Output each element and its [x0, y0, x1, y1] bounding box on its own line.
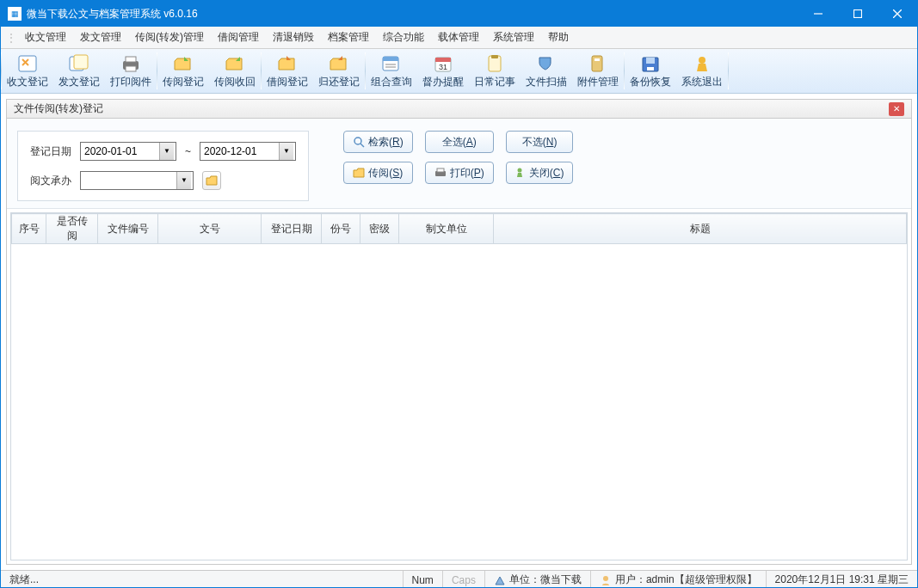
close-button[interactable]	[878, 1, 917, 27]
svg-text:31: 31	[439, 63, 447, 71]
status-unit: 单位：微当下载	[485, 571, 591, 588]
panel-body: 登记日期 2020-01-01 ~ 2020-12-01 阅文承办 检索(R) …	[6, 118, 912, 565]
col-header[interactable]: 序号	[12, 214, 46, 244]
status-bar: 就绪... Num Caps 单位：微当下载 用户：admin【超级管理权限】 …	[1, 570, 917, 588]
col-header[interactable]: 密级	[360, 214, 399, 244]
menu-item[interactable]: 档案管理	[321, 27, 376, 48]
svg-line-26	[360, 144, 364, 147]
menu-bar: ⋮ 收文管理 发文管理 传阅(转发)管理 借阅管理 清退销毁 档案管理 综合功能…	[1, 27, 917, 49]
svg-rect-28	[437, 168, 444, 172]
panel-title: 文件传阅(转发)登记	[14, 101, 103, 116]
toolbar-btn-daily-notes[interactable]: 日常记事	[469, 49, 521, 93]
menu-item[interactable]: 系统管理	[486, 27, 541, 48]
status-user: 用户：admin【超级管理权限】	[591, 571, 767, 588]
status-ready: 就绪...	[1, 571, 404, 588]
selectnone-button[interactable]: 不选(N)	[506, 131, 574, 153]
toolbar-btn-circulate-reg[interactable]: 传阅登记	[157, 49, 209, 93]
toolbar-btn-file-scan[interactable]: 文件扫描	[521, 49, 572, 93]
col-header[interactable]: 文件编号	[98, 214, 158, 244]
svg-point-30	[603, 576, 608, 581]
svg-rect-11	[383, 57, 398, 61]
col-header[interactable]: 登记日期	[262, 214, 322, 244]
toolbar-btn-print-read[interactable]: 打印阅件	[105, 49, 157, 93]
toolbar-btn-combo-query[interactable]: 组合查询	[366, 49, 417, 93]
toolbar-btn-attachment-mgmt[interactable]: 附件管理	[572, 49, 624, 93]
status-caps: Caps	[443, 571, 485, 588]
content-area: 文件传阅(转发)登记 ✕ 登记日期 2020-01-01 ~ 2020-12-0…	[1, 94, 917, 570]
svg-point-29	[517, 168, 521, 173]
tilde: ~	[185, 145, 191, 157]
svg-point-25	[354, 138, 361, 144]
svg-point-24	[699, 57, 705, 64]
date-from-input[interactable]: 2020-01-01	[80, 142, 176, 161]
close-action-button[interactable]: 关闭(C)	[506, 162, 574, 184]
date-to-input[interactable]: 2020-12-01	[200, 142, 296, 161]
menu-item[interactable]: 传阅(转发)管理	[128, 27, 211, 48]
maximize-button[interactable]	[838, 1, 878, 27]
toolbar-btn-incoming-reg[interactable]: 收文登记	[2, 49, 53, 93]
svg-rect-20	[595, 58, 600, 61]
col-header[interactable]: 是否传阅	[46, 214, 98, 244]
col-header[interactable]: 制文单位	[399, 214, 494, 244]
col-header[interactable]: 份号	[322, 214, 360, 244]
print-button[interactable]: 打印(P)	[425, 162, 494, 184]
toolbar-btn-backup-restore[interactable]: 备份恢复	[625, 49, 676, 93]
toolbar-btn-outgoing-reg[interactable]: 发文登记	[53, 49, 105, 93]
toolbar-btn-return-reg[interactable]: 归还登记	[313, 49, 365, 93]
panel-close-button[interactable]: ✕	[889, 102, 904, 116]
col-header[interactable]: 标题	[494, 214, 907, 244]
svg-rect-23	[647, 67, 654, 70]
date-label: 登记日期	[30, 144, 71, 159]
minimize-button[interactable]	[798, 1, 838, 27]
data-grid[interactable]: 序号 是否传阅 文件编号 文号 登记日期 份号 密级 制文单位 标题	[10, 212, 908, 560]
col-header[interactable]: 文号	[158, 214, 262, 244]
toolbar-btn-supervise-remind[interactable]: 31督办提醒	[417, 49, 469, 93]
status-datetime: 2020年12月1日 19:31 星期三	[767, 571, 917, 588]
svg-rect-19	[592, 56, 602, 71]
toolbar-btn-circulate-return[interactable]: 传阅收回	[209, 49, 261, 93]
svg-rect-8	[126, 57, 136, 62]
svg-rect-18	[491, 55, 498, 58]
app-icon: ▦	[8, 7, 22, 21]
panel-title-bar: 文件传阅(转发)登记 ✕	[6, 99, 912, 118]
selectall-button[interactable]: 全选(A)	[425, 131, 494, 153]
svg-rect-15	[435, 58, 451, 62]
toolbar-btn-system-exit[interactable]: 系统退出	[676, 49, 728, 93]
svg-rect-1	[854, 10, 862, 18]
svg-rect-6	[74, 55, 88, 69]
menu-item[interactable]: 综合功能	[376, 27, 431, 48]
search-button[interactable]: 检索(R)	[343, 131, 413, 153]
svg-rect-9	[126, 66, 136, 71]
reader-label: 阅文承办	[30, 174, 71, 188]
circulate-button[interactable]: 传阅(S)	[343, 162, 413, 184]
reader-combo[interactable]	[80, 171, 194, 190]
menu-item[interactable]: 借阅管理	[211, 27, 266, 48]
menu-item[interactable]: 收文管理	[18, 27, 73, 48]
menu-item[interactable]: 帮助	[541, 27, 576, 48]
toolbar-btn-borrow-reg[interactable]: 借阅登记	[262, 49, 313, 93]
menu-item[interactable]: 载体管理	[431, 27, 486, 48]
status-num: Num	[404, 571, 443, 588]
menu-item[interactable]: 清退销毁	[266, 27, 321, 48]
svg-rect-22	[646, 58, 655, 64]
folder-browse-button[interactable]	[202, 171, 221, 190]
toolbar: 收文登记 发文登记 打印阅件 传阅登记 传阅收回 借阅登记 归还登记 组合查询 …	[1, 49, 917, 94]
title-bar: ▦ 微当下载公文与档案管理系统 v6.0.16	[1, 1, 917, 27]
menu-item[interactable]: 发文管理	[73, 27, 128, 48]
window-title: 微当下载公文与档案管理系统 v6.0.16	[27, 7, 798, 21]
